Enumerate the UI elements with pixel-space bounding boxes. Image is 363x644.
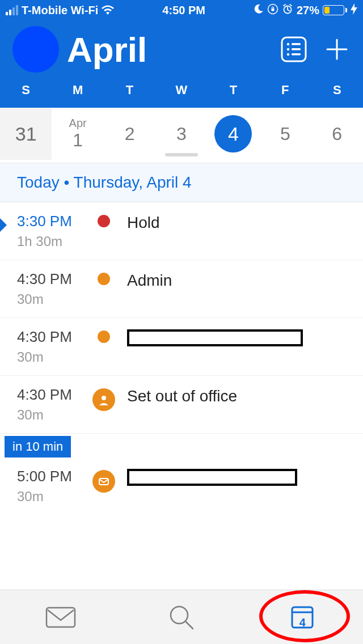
svg-rect-5	[292, 43, 301, 45]
event-time: 4:30 PM	[17, 328, 91, 346]
event-row[interactable]: 4:30 PM 30m	[0, 318, 363, 376]
event-duration: 1h 30m	[17, 234, 91, 249]
calendar-tab-day-number: 4	[299, 616, 306, 629]
event-time: 5:00 PM	[17, 468, 91, 485]
day-cell-prev-month[interactable]: 31	[0, 108, 52, 160]
cell-signal-icon	[6, 5, 18, 15]
search-icon	[168, 604, 195, 631]
calendar-dot-icon	[98, 331, 110, 343]
header-title-row: April	[0, 20, 363, 83]
event-title: Set out of office	[127, 387, 352, 405]
svg-point-4	[287, 43, 289, 45]
bottom-tab-bar: 4	[0, 590, 363, 644]
tab-search[interactable]	[121, 590, 242, 644]
dow-label: S	[311, 83, 363, 98]
event-time: 4:30 PM	[17, 386, 91, 404]
status-bar: T-Mobile Wi-Fi 4:50 PM 27%	[0, 0, 363, 20]
new-event-button[interactable]	[323, 36, 351, 63]
svg-rect-7	[292, 48, 301, 50]
week-strip[interactable]: 31 Apr 1 2 3 4 5 6	[0, 108, 363, 160]
month-abbrev-label: Apr	[69, 117, 87, 129]
svg-rect-12	[47, 608, 75, 627]
agenda-list-button[interactable]	[280, 36, 307, 63]
carrier-label: T-Mobile Wi-Fi	[22, 4, 98, 17]
event-row[interactable]: 5:00 PM 30m	[0, 457, 363, 515]
avatar[interactable]	[12, 26, 59, 73]
svg-point-6	[287, 48, 289, 50]
app-header: T-Mobile Wi-Fi 4:50 PM 27%	[0, 0, 363, 108]
dow-label: M	[52, 83, 103, 98]
alarm-icon	[282, 3, 293, 18]
day-cell[interactable]: 5	[259, 108, 311, 160]
battery-pct-label: 27%	[297, 4, 319, 17]
mail-icon	[44, 605, 77, 629]
tab-mail[interactable]	[0, 590, 121, 644]
event-duration: 30m	[17, 407, 91, 423]
event-duration: 30m	[17, 489, 91, 505]
svg-rect-11	[99, 478, 108, 485]
day-cell[interactable]: Apr 1	[52, 108, 103, 160]
battery-icon	[323, 5, 347, 15]
orientation-lock-icon	[267, 3, 278, 18]
svg-point-8	[287, 53, 289, 56]
calendar-dot-icon	[98, 273, 110, 285]
status-time: 4:50 PM	[114, 4, 254, 17]
dow-label: S	[0, 83, 52, 98]
dow-label: T	[208, 83, 259, 98]
charging-bolt-icon	[351, 3, 357, 18]
dow-label: F	[259, 83, 311, 98]
svg-point-13	[171, 607, 188, 624]
agenda-list[interactable]: 3:30 PM 1h 30m Hold 4:30 PM 30m Admin 4:…	[0, 202, 363, 515]
svg-rect-9	[292, 53, 301, 56]
today-header: Today • Thursday, April 4	[0, 163, 363, 202]
event-duration: 30m	[17, 349, 91, 365]
svg-rect-1	[271, 9, 274, 11]
event-countdown-pill: in 10 min	[5, 436, 71, 457]
day-cell[interactable]: 6	[311, 108, 363, 160]
day-cell[interactable]: 3	[155, 108, 207, 160]
event-time: 3:30 PM	[17, 213, 91, 230]
month-title[interactable]: April	[67, 29, 264, 70]
day-cell[interactable]: 2	[104, 108, 155, 160]
tab-calendar[interactable]: 4	[242, 590, 363, 644]
event-title-redacted	[127, 329, 303, 346]
day-cell-selected[interactable]: 4	[208, 108, 259, 160]
svg-point-10	[102, 396, 106, 400]
event-row[interactable]: 4:30 PM 30m Admin	[0, 260, 363, 318]
wifi-icon	[102, 5, 114, 15]
calendar-dot-icon	[98, 215, 110, 227]
dow-label: T	[104, 83, 155, 98]
dnd-moon-icon	[254, 4, 264, 17]
dow-label: W	[155, 83, 207, 98]
event-title: Admin	[127, 272, 352, 290]
person-icon	[92, 388, 115, 411]
event-duration: 30m	[17, 291, 91, 307]
event-title: Hold	[127, 214, 352, 232]
event-time: 4:30 PM	[17, 270, 91, 288]
event-row[interactable]: 3:30 PM 1h 30m Hold	[0, 202, 363, 260]
mail-icon	[92, 470, 115, 493]
day-of-week-row: S M T W T F S	[0, 83, 363, 108]
event-title-redacted	[127, 469, 297, 486]
event-row[interactable]: 4:30 PM 30m Set out of office	[0, 376, 363, 434]
